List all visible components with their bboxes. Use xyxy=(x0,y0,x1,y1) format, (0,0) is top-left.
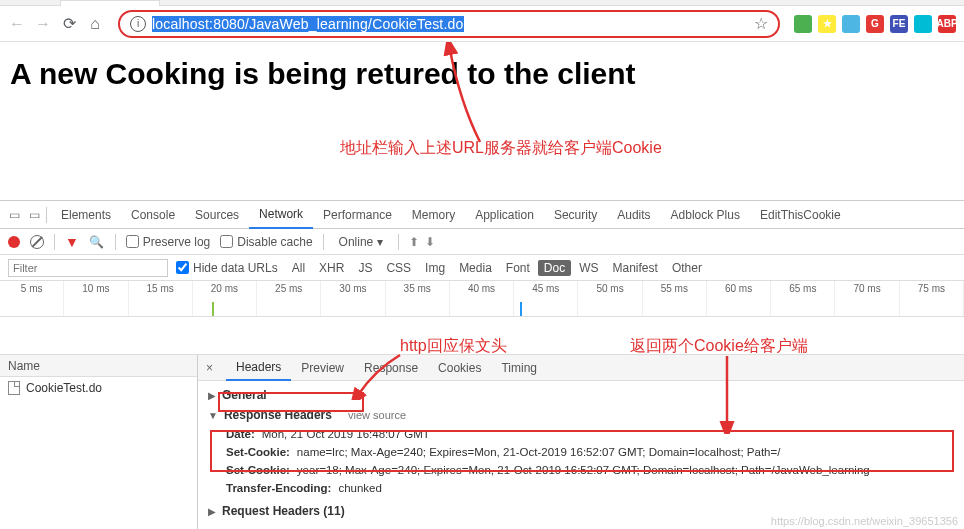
timeline-tick: 70 ms xyxy=(835,281,899,316)
extension-icon[interactable] xyxy=(794,15,812,33)
filter-bar: Hide data URLs AllXHRJSCSSImgMediaFontDo… xyxy=(0,255,964,281)
site-info-icon[interactable]: i xyxy=(130,16,146,32)
timeline-tick: 45 ms xyxy=(514,281,578,316)
filter-type-js[interactable]: JS xyxy=(352,260,378,276)
devtools-tab-security[interactable]: Security xyxy=(544,201,607,229)
request-list-header[interactable]: Name xyxy=(0,355,197,377)
timeline-tick: 60 ms xyxy=(707,281,771,316)
filter-type-all[interactable]: All xyxy=(286,260,311,276)
timeline-tick: 25 ms xyxy=(257,281,321,316)
upload-icon[interactable]: ⬆ xyxy=(409,235,419,249)
filter-toggle-icon[interactable]: ▼ xyxy=(65,234,79,250)
timeline-tick: 20 ms xyxy=(193,281,257,316)
extension-icon[interactable] xyxy=(914,15,932,33)
extension-icon[interactable]: FE xyxy=(890,15,908,33)
preserve-log-checkbox[interactable]: Preserve log xyxy=(126,235,210,249)
watermark: https://blog.csdn.net/weixin_39651356 xyxy=(771,515,958,527)
extension-icon[interactable]: G xyxy=(866,15,884,33)
timeline-tick: 5 ms xyxy=(0,281,64,316)
detail-tab-preview[interactable]: Preview xyxy=(291,355,354,381)
header-row: Date: Mon, 21 Oct 2019 16:48:07 GMT xyxy=(208,425,954,443)
timeline-tick: 40 ms xyxy=(450,281,514,316)
home-button[interactable]: ⌂ xyxy=(86,15,104,33)
devtools-tab-performance[interactable]: Performance xyxy=(313,201,402,229)
timeline-tick: 10 ms xyxy=(64,281,128,316)
timeline[interactable]: 5 ms10 ms15 ms20 ms25 ms30 ms35 ms40 ms4… xyxy=(0,281,964,317)
devtools-tab-elements[interactable]: Elements xyxy=(51,201,121,229)
inspect-icon[interactable]: ▭ xyxy=(6,207,22,223)
record-button[interactable] xyxy=(8,236,20,248)
annotation-url: 地址栏输入上述URL服务器就给客户端Cookie xyxy=(340,138,662,159)
page-heading: A new Cooking is being retured to the cl… xyxy=(10,57,954,91)
filter-type-font[interactable]: Font xyxy=(500,260,536,276)
timeline-tick: 15 ms xyxy=(129,281,193,316)
request-row[interactable]: CookieTest.do xyxy=(0,377,197,399)
page-content: A new Cooking is being retured to the cl… xyxy=(0,42,964,106)
timeline-tick: 35 ms xyxy=(386,281,450,316)
filter-type-css[interactable]: CSS xyxy=(380,260,417,276)
timeline-tick: 65 ms xyxy=(771,281,835,316)
detail-tab-headers[interactable]: Headers xyxy=(226,355,291,381)
download-icon[interactable]: ⬇ xyxy=(425,235,435,249)
detail-pane: × HeadersPreviewResponseCookiesTiming ▶G… xyxy=(198,355,964,529)
detail-tabs: × HeadersPreviewResponseCookiesTiming xyxy=(198,355,964,381)
clear-button[interactable] xyxy=(30,235,44,249)
document-icon xyxy=(8,381,20,395)
timeline-tick: 30 ms xyxy=(321,281,385,316)
response-headers-section[interactable]: ▼Response Headersview source xyxy=(208,405,954,425)
request-list: Name CookieTest.do xyxy=(0,355,198,529)
close-detail-icon[interactable]: × xyxy=(206,361,222,375)
devtools-tab-memory[interactable]: Memory xyxy=(402,201,465,229)
filter-type-media[interactable]: Media xyxy=(453,260,498,276)
devtools-tab-editthiscookie[interactable]: EditThisCookie xyxy=(750,201,851,229)
header-row: Set-Cookie: year=18; Max-Age=240; Expire… xyxy=(208,461,954,479)
devtools-tab-adblock plus[interactable]: Adblock Plus xyxy=(661,201,750,229)
annotation-two-cookies: 返回两个Cookie给客户端 xyxy=(630,336,808,357)
view-source-link[interactable]: view source xyxy=(348,409,406,421)
extension-icon[interactable]: ★ xyxy=(818,15,836,33)
bookmark-star-icon[interactable]: ☆ xyxy=(754,14,768,33)
devtools-tab-audits[interactable]: Audits xyxy=(607,201,660,229)
extension-icons: ★GFEABP xyxy=(794,15,956,33)
general-section[interactable]: ▶General xyxy=(208,385,954,405)
forward-button[interactable]: → xyxy=(34,15,52,33)
devtools-tab-application[interactable]: Application xyxy=(465,201,544,229)
detail-tab-timing[interactable]: Timing xyxy=(491,355,547,381)
hide-data-urls-checkbox[interactable]: Hide data URLs xyxy=(176,261,278,275)
timeline-tick: 75 ms xyxy=(900,281,964,316)
url-bar[interactable]: i localhost:8080/JavaWeb_learning/Cookie… xyxy=(118,10,780,38)
header-row: Transfer-Encoding: chunked xyxy=(208,479,954,497)
reload-button[interactable]: ⟳ xyxy=(60,15,78,33)
detail-tab-cookies[interactable]: Cookies xyxy=(428,355,491,381)
devtools-tab-sources[interactable]: Sources xyxy=(185,201,249,229)
filter-type-manifest[interactable]: Manifest xyxy=(607,260,664,276)
device-toggle-icon[interactable]: ▭ xyxy=(26,207,42,223)
devtools-tab-console[interactable]: Console xyxy=(121,201,185,229)
devtools-tabs: ▭ ▭ ElementsConsoleSourcesNetworkPerform… xyxy=(0,201,964,229)
filter-type-img[interactable]: Img xyxy=(419,260,451,276)
annotation-http-header: http回应保文头 xyxy=(400,336,507,357)
back-button[interactable]: ← xyxy=(8,15,26,33)
devtools-tab-network[interactable]: Network xyxy=(249,201,313,229)
url-text: localhost:8080/JavaWeb_learning/CookieTe… xyxy=(152,16,464,32)
devtools-panel: ▭ ▭ ElementsConsoleSourcesNetworkPerform… xyxy=(0,200,964,529)
extension-icon[interactable]: ABP xyxy=(938,15,956,33)
header-row: Set-Cookie: name=lrc; Max-Age=240; Expir… xyxy=(208,443,954,461)
disable-cache-checkbox[interactable]: Disable cache xyxy=(220,235,312,249)
filter-type-other[interactable]: Other xyxy=(666,260,708,276)
throttling-select[interactable]: Online ▾ xyxy=(334,234,388,250)
search-icon[interactable]: 🔍 xyxy=(89,234,105,250)
network-toolbar: ▼ 🔍 Preserve log Disable cache Online ▾ … xyxy=(0,229,964,255)
filter-type-ws[interactable]: WS xyxy=(573,260,604,276)
filter-type-doc[interactable]: Doc xyxy=(538,260,571,276)
detail-tab-response[interactable]: Response xyxy=(354,355,428,381)
timeline-tick: 50 ms xyxy=(578,281,642,316)
filter-type-xhr[interactable]: XHR xyxy=(313,260,350,276)
extension-icon[interactable] xyxy=(842,15,860,33)
filter-input[interactable] xyxy=(8,259,168,277)
timeline-tick: 55 ms xyxy=(643,281,707,316)
browser-toolbar: ← → ⟳ ⌂ i localhost:8080/JavaWeb_learnin… xyxy=(0,6,964,42)
